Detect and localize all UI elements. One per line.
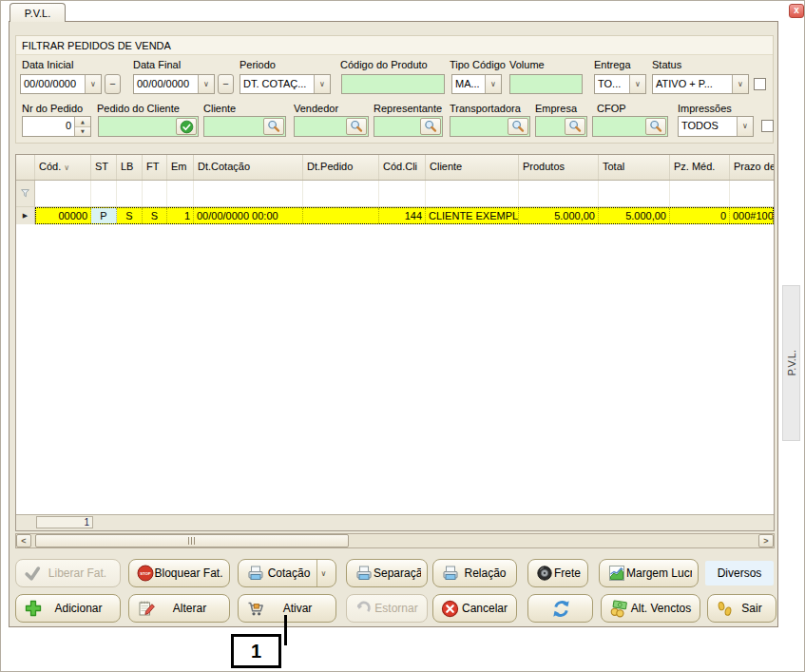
codigo-produto-input[interactable]: [341, 74, 445, 94]
entrega-select[interactable]: TO... ∨: [594, 74, 646, 94]
entrega-label: Entrega: [594, 59, 631, 70]
filter-cell[interactable]: [91, 181, 117, 206]
filter-cell[interactable]: [167, 181, 194, 206]
impressoes-checkbox[interactable]: [761, 120, 774, 132]
data-inicial-minus-button[interactable]: −: [105, 74, 121, 94]
pedido-cliente-confirm-button[interactable]: [176, 118, 197, 135]
column-header-total[interactable]: Total: [599, 155, 670, 180]
column-header-cod[interactable]: Cód. ∨: [35, 155, 91, 180]
filter-cell[interactable]: [143, 181, 167, 206]
representante-lookup-button[interactable]: [420, 118, 441, 135]
data-final-minus-button[interactable]: −: [218, 74, 234, 94]
refresh-icon: [551, 599, 571, 619]
filter-cell[interactable]: [519, 181, 599, 206]
diversos-button[interactable]: Diversos: [705, 561, 774, 586]
cfop-lookup-button[interactable]: [645, 118, 666, 135]
cfop-input[interactable]: [592, 116, 668, 137]
filter-cell[interactable]: [117, 181, 143, 206]
data-inicial-input[interactable]: 00/00/0000 ∨: [20, 74, 102, 94]
cotacao-button[interactable]: Cotação ∨: [238, 559, 336, 587]
transportadora-input[interactable]: [450, 116, 530, 137]
cell-ft: S: [143, 208, 167, 223]
column-header-prazo[interactable]: Prazo de: [730, 155, 775, 180]
selected-row[interactable]: 00000 P S S 1 00/00/0000 00:00 144 CLIEN…: [35, 207, 774, 224]
cotacao-dropdown-button[interactable]: ∨: [317, 569, 330, 578]
column-header-dt-cotacao[interactable]: Dt.Cotação: [194, 155, 303, 180]
ativar-button[interactable]: Ativar: [238, 594, 336, 623]
footsteps-icon: [716, 600, 734, 618]
column-header-st[interactable]: ST: [91, 155, 117, 180]
representante-input[interactable]: [374, 116, 443, 137]
horizontal-scrollbar[interactable]: < >: [15, 533, 775, 548]
relacao-button[interactable]: Relação: [432, 559, 517, 587]
pedido-cliente-input[interactable]: [98, 116, 199, 137]
liberar-fat-button[interactable]: Liberar Fat.: [15, 559, 121, 587]
alterar-button[interactable]: Alterar: [128, 594, 230, 623]
spin-down-icon[interactable]: ▼: [75, 127, 90, 137]
vendedor-lookup-button[interactable]: [346, 118, 367, 135]
entrega-dropdown-button[interactable]: ∨: [629, 75, 645, 93]
scrollbar-track[interactable]: [31, 534, 758, 547]
table-row[interactable]: ▶ 00000 P S S 1 00/00/0000 00:00 144 CLI…: [16, 207, 774, 224]
filter-row-button[interactable]: [16, 181, 35, 206]
cliente-lookup-button[interactable]: [263, 118, 284, 135]
alt-venctos-button[interactable]: Alt. Venctos: [601, 594, 700, 623]
data-final-dropdown-button[interactable]: ∨: [198, 75, 214, 93]
column-header-cliente[interactable]: Cliente: [426, 155, 519, 180]
status-select[interactable]: ATIVO + P... ∨: [652, 74, 749, 94]
data-inicial-dropdown-button[interactable]: ∨: [85, 75, 101, 93]
spin-up-icon[interactable]: ▲: [75, 117, 90, 127]
chevron-down-icon: ∨: [635, 81, 641, 88]
empresa-lookup-button[interactable]: [565, 118, 585, 135]
periodo-dropdown-button[interactable]: ∨: [314, 75, 330, 93]
transportadora-lookup-button[interactable]: [508, 118, 528, 135]
scrollbar-thumb[interactable]: [35, 534, 349, 547]
vendedor-input[interactable]: [294, 116, 369, 137]
periodo-select[interactable]: DT. COTAÇ... ∨: [240, 74, 331, 94]
tipo-codigo-select[interactable]: MA... ∨: [451, 74, 502, 94]
filter-cell[interactable]: [35, 181, 91, 206]
empresa-input[interactable]: [535, 116, 587, 137]
column-header-em[interactable]: Em: [167, 155, 194, 180]
filter-cell[interactable]: [670, 181, 730, 206]
filter-cell[interactable]: [599, 181, 670, 206]
cliente-input[interactable]: [203, 116, 286, 137]
impressoes-dropdown-button[interactable]: ∨: [737, 117, 753, 136]
adicionar-button[interactable]: Adicionar: [15, 594, 121, 623]
filter-cell[interactable]: [303, 181, 379, 206]
status-dropdown-button[interactable]: ∨: [732, 75, 748, 93]
data-final-input[interactable]: 00/00/0000 ∨: [133, 74, 215, 94]
cancelar-button[interactable]: Cancelar: [432, 594, 517, 623]
impressoes-select[interactable]: TODOS ∨: [678, 116, 754, 137]
sair-button[interactable]: Sair: [707, 594, 776, 623]
close-button[interactable]: x: [789, 4, 804, 18]
column-header-pz-med[interactable]: Pz. Méd.: [670, 155, 730, 180]
side-tab-pvl[interactable]: P.V.L.: [782, 285, 800, 441]
column-header-lb[interactable]: LB: [117, 155, 143, 180]
column-header-cod-cli[interactable]: Cód.Cli: [379, 155, 426, 180]
volume-input[interactable]: [509, 74, 583, 94]
scroll-left-button[interactable]: <: [16, 534, 31, 547]
estornar-button[interactable]: Estornar: [346, 594, 428, 623]
nr-pedido-input[interactable]: 0 ▲ ▼: [22, 116, 91, 137]
filter-cell[interactable]: [730, 181, 775, 206]
margem-lucro-button[interactable]: Margem Lucro: [599, 559, 699, 587]
filter-cell[interactable]: [194, 181, 303, 206]
magnifier-icon: [649, 120, 663, 134]
column-header-ft[interactable]: FT: [143, 155, 167, 180]
frete-button[interactable]: Frete: [527, 559, 588, 587]
filter-cell[interactable]: [379, 181, 426, 206]
tab-pvl[interactable]: P.V.L.: [10, 3, 66, 22]
separacao-button[interactable]: Separação: [346, 559, 428, 587]
column-header-dt-pedido[interactable]: Dt.Pedido: [303, 155, 379, 180]
codigo-produto-value: [342, 75, 444, 93]
status-checkbox[interactable]: [754, 78, 766, 90]
bloquear-fat-button[interactable]: STOP Bloquear Fat.: [128, 559, 230, 587]
filter-cell[interactable]: [426, 181, 519, 206]
column-header-produtos[interactable]: Produtos: [519, 155, 599, 180]
svg-text:STOP: STOP: [140, 571, 151, 576]
refresh-button[interactable]: [527, 594, 593, 623]
nr-pedido-spinner[interactable]: ▲ ▼: [74, 117, 90, 136]
tipo-codigo-dropdown-button[interactable]: ∨: [485, 75, 501, 93]
scroll-right-button[interactable]: >: [758, 534, 774, 547]
